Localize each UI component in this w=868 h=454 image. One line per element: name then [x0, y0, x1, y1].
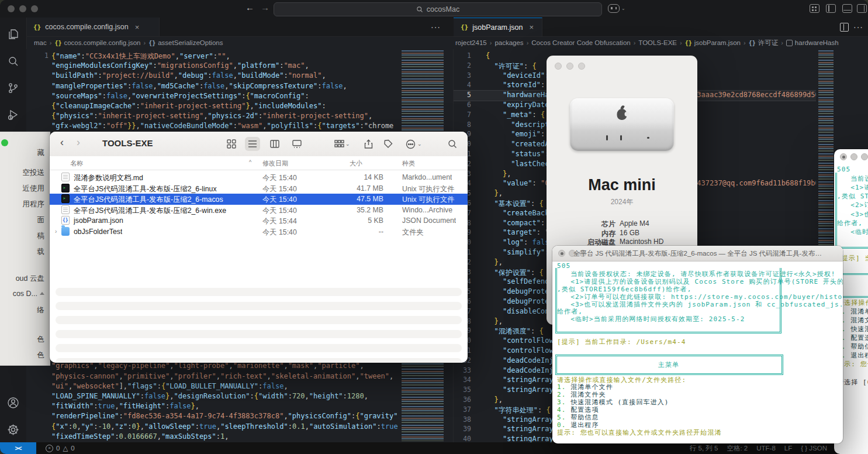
group-by-icon[interactable]	[331, 137, 347, 151]
sidebar-item[interactable]: 络	[37, 305, 45, 315]
code-line: "graphics","legacy-pipeline","light-prob…	[51, 362, 364, 370]
sidebar-item[interactable]: 稿	[37, 231, 45, 241]
table-row[interactable]: {}jsobParam.json今天 15:445 KBJSON Documen…	[50, 215, 468, 226]
table-row[interactable]: ›obJsFolderTest今天 15:40--文件夹	[50, 226, 468, 238]
close-button[interactable]	[555, 63, 562, 70]
command-center-search[interactable]: cocosMac	[274, 2, 602, 16]
back-arrow-icon[interactable]: ←	[245, 2, 254, 12]
status-item[interactable]: { } JSON	[801, 445, 827, 452]
breadcrumb-item[interactable]: hardwareHash	[795, 39, 839, 46]
forward-arrow-icon[interactable]: →	[261, 2, 269, 12]
status-item[interactable]: UTF-8	[756, 445, 776, 452]
eject-icon[interactable]	[40, 292, 44, 295]
minimize-button[interactable]	[566, 63, 573, 70]
zoom-button[interactable]	[861, 153, 868, 160]
zoom-button[interactable]	[31, 5, 38, 12]
sidebar-item[interactable]: 近使用	[23, 184, 45, 194]
breadcrumb-item[interactable]: roject2415	[455, 39, 487, 46]
breadcrumb[interactable]: roject2415›packages›Cocos Creator Code O…	[455, 36, 868, 49]
table-row[interactable]: >全平台JS代码混淆工具-发布版-压缩2_6-macos今天 15:4047.5…	[50, 194, 468, 205]
breadcrumb-separator: ›	[680, 39, 682, 46]
sidebar-item[interactable]: 色	[37, 350, 45, 360]
close-icon[interactable]: ×	[135, 23, 140, 32]
code-line: "fitWidth":true,"fitHeight":false},	[51, 402, 199, 410]
json-file-icon: {}	[61, 216, 70, 225]
zoom-button[interactable]	[1, 139, 8, 146]
toggle-panel-icon[interactable]	[842, 4, 852, 13]
copilot-icon[interactable]	[608, 4, 620, 13]
remote-indicator[interactable]: ><	[0, 442, 36, 454]
source-control-icon[interactable]	[6, 81, 20, 95]
finder-window[interactable]: ‹ › TOOLS-EXE ⌄ ⌄ 名称 ^ 修改日期 大小 种类 混淆参数说明…	[50, 132, 468, 363]
breadcrumb-item[interactable]: assetSerializeOptions	[158, 39, 223, 46]
toggle-primary-sidebar-icon[interactable]	[826, 4, 836, 13]
search-icon[interactable]	[445, 137, 460, 151]
table-row[interactable]: >全平台JS代码混淆工具-发布版-压缩2_6-linux今天 15:4041.7…	[50, 183, 468, 194]
status-item[interactable]: 行 5, 列 5	[690, 444, 718, 453]
terminal-output[interactable]: 505 当前设备授权状态: 未绑定设备, 请尽快联系作者获取设备许可证进行<永久…	[552, 261, 843, 443]
breadcrumb-separator: ›	[527, 39, 529, 46]
more-actions-icon[interactable]	[403, 137, 418, 151]
column-date[interactable]: 修改日期	[262, 159, 288, 168]
settings-gear-icon[interactable]	[6, 422, 20, 437]
zoom-button[interactable]	[578, 63, 585, 70]
breadcrumb-item[interactable]: cocos.compile.config.json	[64, 39, 140, 46]
icon-view-icon[interactable]	[224, 137, 239, 151]
problems-indicator[interactable]: × 0 △ 0	[46, 444, 75, 452]
sidebar-item[interactable]: 载	[37, 247, 45, 257]
table-row[interactable]: 全平台JS代码混淆工具-发布版-压缩2_6-win.exe今天 15:4035.…	[50, 205, 468, 216]
editor-actions-more-icon[interactable]: ···	[431, 22, 441, 32]
status-item[interactable]: 空格: 2	[727, 444, 748, 453]
breadcrumb-item[interactable]: Cocos Creator Code Obfuscation	[531, 39, 630, 46]
close-icon[interactable]: ×	[529, 23, 534, 32]
sidebar-item[interactable]: 色	[37, 335, 45, 345]
column-kind[interactable]: 种类	[402, 159, 415, 168]
run-debug-icon[interactable]	[6, 108, 20, 122]
column-view-icon[interactable]	[267, 137, 282, 151]
tab-jsobparam[interactable]: {} jsobParam.json ×	[454, 18, 542, 36]
terminal-window[interactable]: 全平台 JS 代码混淆工具-发布版-压缩2_6-macos — 全平台 JS 代…	[552, 246, 843, 443]
breadcrumb-item[interactable]: TOOLS-EXE	[638, 39, 677, 46]
chevron-down-icon[interactable]: ⌄	[621, 6, 625, 11]
search-icon[interactable]	[6, 54, 20, 68]
finder-background-window[interactable]: 藏空投送近使用用程序面稿载oud 云盘cos D...络色色	[0, 132, 50, 366]
minimize-button[interactable]	[850, 153, 857, 160]
table-row[interactable]: 混淆参数说明文档.md今天 15:4014 KBMarkdo...ument	[50, 172, 468, 183]
toggle-secondary-sidebar-icon[interactable]	[857, 4, 867, 13]
terminal-titlebar: 全平台 JS 代码混淆工具-发布版-压缩2_6-macos — 全平台 JS 代…	[552, 246, 843, 262]
share-icon[interactable]	[361, 137, 376, 151]
split-editor-icon[interactable]	[840, 23, 849, 32]
breadcrumb-item[interactable]: mac	[34, 39, 47, 46]
editor-actions-more-icon[interactable]: ···	[853, 22, 863, 32]
sidebar-item[interactable]: 面	[37, 215, 45, 225]
sidebar-item[interactable]: 用程序	[23, 200, 45, 209]
sidebar-item[interactable]: 藏	[37, 148, 45, 158]
list-view-icon[interactable]	[245, 137, 260, 151]
forward-icon[interactable]: ›	[77, 136, 80, 149]
sidebar-item[interactable]: oud 云盘	[16, 274, 44, 284]
breadcrumb[interactable]: mac›{}cocos.compile.config.json›{}assetS…	[34, 36, 443, 49]
customize-layout-icon[interactable]	[810, 4, 819, 13]
breadcrumb-item[interactable]: jsobParam.json	[694, 39, 741, 46]
breadcrumb-item[interactable]: 许可证	[758, 39, 779, 47]
breadcrumb-separator: ›	[50, 39, 52, 46]
close-button[interactable]	[840, 153, 847, 160]
file-date: 今天 15:44	[262, 216, 297, 226]
breadcrumb-item[interactable]: packages	[494, 39, 523, 46]
code-line: "buildPath":"project://build","debug":fa…	[51, 71, 326, 80]
account-icon[interactable]	[6, 395, 20, 410]
tab-cocos-compile-config[interactable]: {} cocos.compile.config.json ×	[26, 18, 160, 36]
status-item[interactable]: LF	[784, 445, 792, 452]
column-name[interactable]: 名称	[70, 159, 83, 168]
gallery-view-icon[interactable]	[289, 137, 305, 151]
explorer-icon[interactable]	[6, 27, 20, 42]
tag-icon[interactable]	[381, 137, 396, 151]
disclosure-chevron-icon[interactable]: ›	[55, 228, 57, 235]
close-button[interactable]	[8, 5, 15, 12]
sidebar-item[interactable]: 空投送	[23, 168, 45, 178]
file-kind: Markdo...ument	[402, 173, 452, 181]
back-icon[interactable]: ‹	[60, 136, 64, 149]
column-size[interactable]: 大小	[350, 159, 362, 168]
minimize-button[interactable]	[19, 5, 26, 12]
sidebar-item[interactable]: cos D...	[13, 290, 44, 298]
